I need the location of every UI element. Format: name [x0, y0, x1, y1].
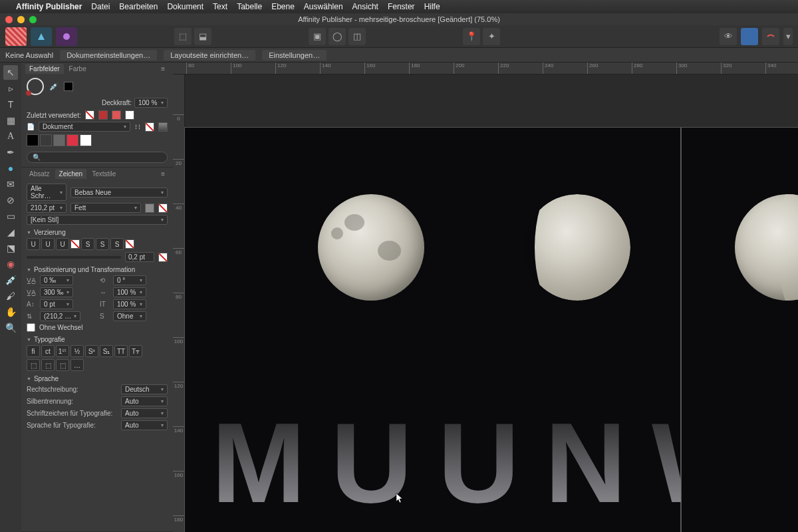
pan-tool[interactable]: ✋	[3, 305, 18, 319]
section-position[interactable]: Positionierung und Transformation	[27, 266, 168, 273]
viewmode-split[interactable]: ◫	[348, 28, 366, 45]
toolbar-btn-a[interactable]: ⬚	[174, 28, 192, 45]
recent-swatch-3[interactable]	[125, 110, 134, 120]
rotation-field[interactable]: 0 °	[113, 275, 146, 285]
pen-tool[interactable]: ✒	[3, 145, 18, 160]
fill-swatch[interactable]	[741, 28, 758, 45]
baseline-field[interactable]: 0 pt	[40, 299, 73, 309]
doc-settings-button[interactable]: Dokumenteinstellungen…	[60, 50, 157, 61]
layout-page-button[interactable]: Layoutseite einrichten…	[164, 50, 255, 61]
artistic-text-tool[interactable]: A	[3, 129, 18, 144]
tab-textstyles[interactable]: Textstile	[88, 169, 120, 179]
ligatures-button[interactable]: fi	[27, 345, 40, 357]
palette-swatch[interactable]	[40, 134, 52, 146]
close-icon[interactable]	[5, 16, 13, 23]
swatch-search-input[interactable]	[27, 152, 168, 163]
tracking-field[interactable]: 0 ‰	[40, 275, 73, 285]
ordinals-button[interactable]: 1ˢᵗ	[56, 345, 69, 357]
menu-datei[interactable]: Datei	[91, 2, 110, 11]
move-tool[interactable]: ↖	[3, 65, 18, 80]
text-frame-tool[interactable]: T	[3, 97, 18, 112]
font-family-select[interactable]: Bebas Neue	[70, 188, 168, 198]
stroke-fill-selector[interactable]	[27, 78, 44, 95]
palette-swatch[interactable]	[53, 134, 65, 146]
typo-opt-1[interactable]: ⬚	[27, 359, 40, 371]
typo-opt-2[interactable]: ⬚	[41, 359, 55, 371]
palette-swatch[interactable]	[66, 134, 78, 146]
typo-opt-3[interactable]: ⬚	[56, 359, 69, 371]
menu-bearbeiten[interactable]: Bearbeiten	[119, 2, 158, 11]
persona-publisher[interactable]	[5, 27, 27, 46]
tab-swatches[interactable]: Farbfelder	[25, 64, 64, 74]
smallcaps-button[interactable]: Tᴛ	[129, 345, 142, 357]
decoration-slider[interactable]	[27, 256, 121, 259]
viewmode-circle[interactable]: ◯	[329, 28, 346, 45]
kerning-field[interactable]: 300 ‰	[40, 287, 73, 297]
menu-hilfe[interactable]: Hilfe	[424, 2, 440, 11]
app-name[interactable]: Affinity Publisher	[16, 2, 82, 11]
font-collection-select[interactable]: Alle Schr…	[27, 184, 66, 201]
zoom-icon[interactable]	[29, 16, 37, 23]
fractions-button[interactable]: ½	[70, 345, 84, 357]
text-stroke-swatch[interactable]	[158, 203, 168, 213]
superscript-button[interactable]: Sᵃ	[85, 345, 98, 357]
canvas-area[interactable]: mm 8010012014016018020022024026028030032…	[173, 63, 798, 532]
section-language[interactable]: Sprache	[27, 375, 168, 382]
contextual-button[interactable]: ct	[41, 345, 55, 357]
picture-frame-tool[interactable]: ✉	[3, 177, 18, 192]
node-tool[interactable]: ▹	[3, 81, 18, 96]
pasteboard[interactable]: MUUNWA	[185, 74, 798, 532]
tab-color[interactable]: Farbe	[65, 64, 90, 74]
swatch-registration-icon[interactable]	[158, 122, 168, 132]
stroke-tool[interactable]: ⊘	[3, 193, 18, 207]
double-underline-button[interactable]: U	[41, 238, 55, 250]
swatch-none-icon[interactable]	[145, 122, 154, 132]
preview-icon[interactable]: 👁	[720, 28, 737, 45]
hyphenation-select[interactable]: Auto	[121, 396, 168, 406]
snapping-icon[interactable]	[762, 28, 779, 45]
color-picker-tool[interactable]: ◉	[3, 257, 18, 271]
zoom-tool[interactable]: 🔍	[3, 321, 18, 335]
page-spread-left[interactable]: MUUNWA	[185, 128, 680, 532]
menu-ebene[interactable]: Ebene	[271, 2, 295, 11]
underline-color-button[interactable]: U	[56, 238, 69, 250]
allcaps-button[interactable]: TT	[114, 345, 128, 357]
font-size-field[interactable]: 210,2 pt	[27, 203, 66, 213]
double-strike-button[interactable]: S	[96, 238, 109, 250]
font-weight-select[interactable]: Fett	[70, 203, 141, 213]
section-typography[interactable]: Typografie	[27, 336, 168, 343]
strike-style-button[interactable]: S	[110, 238, 124, 250]
decoration-width-field[interactable]: 0,2 pt	[125, 252, 154, 262]
palette-scope-select[interactable]: Dokument	[39, 122, 130, 132]
menu-dokument[interactable]: Dokument	[167, 2, 203, 11]
typo-more-button[interactable]: …	[70, 359, 84, 371]
palette-swatch[interactable]	[80, 134, 92, 146]
minimize-icon[interactable]	[17, 16, 25, 23]
decoration-color-swatch[interactable]	[158, 253, 168, 262]
menu-auswaehlen[interactable]: Auswählen	[304, 2, 343, 11]
leading-field[interactable]: (210,2 …	[40, 311, 80, 321]
spelling-select[interactable]: Deutsch	[121, 384, 168, 394]
palette-swatch[interactable]	[27, 134, 39, 146]
ruler-vertical[interactable]: 020406080100120140160180	[173, 74, 185, 532]
typolang-select[interactable]: Auto	[121, 420, 168, 430]
strikethrough-button[interactable]: S	[81, 238, 94, 250]
hscale-field[interactable]: 100 %	[113, 287, 146, 297]
snapping-dropdown[interactable]: ▾	[783, 28, 793, 45]
persona-photo[interactable]	[56, 27, 77, 46]
ruler-horizontal[interactable]: 8010012014016018020022024026028030032034…	[173, 63, 798, 74]
menu-text[interactable]: Text	[213, 2, 227, 11]
menu-fenster[interactable]: Fenster	[388, 2, 415, 11]
character-style-select[interactable]: [Kein Stil]	[27, 215, 168, 225]
underline-color-swatch[interactable]	[70, 239, 80, 249]
viewmode-normal[interactable]: ▣	[309, 28, 326, 45]
current-color-swatch[interactable]	[64, 82, 73, 91]
page-spread-right[interactable]	[682, 128, 798, 532]
toolbar-btn-b[interactable]: ⬓	[194, 28, 211, 45]
menu-tabelle[interactable]: Tabelle	[237, 2, 262, 11]
recent-swatch-1[interactable]	[98, 110, 108, 120]
fill-tool[interactable]: ◢	[3, 225, 18, 239]
toolbar-pin-icon[interactable]: 📍	[463, 28, 480, 45]
transparency-tool[interactable]: ⬔	[3, 241, 18, 255]
section-decoration[interactable]: Verzierung	[27, 229, 168, 236]
